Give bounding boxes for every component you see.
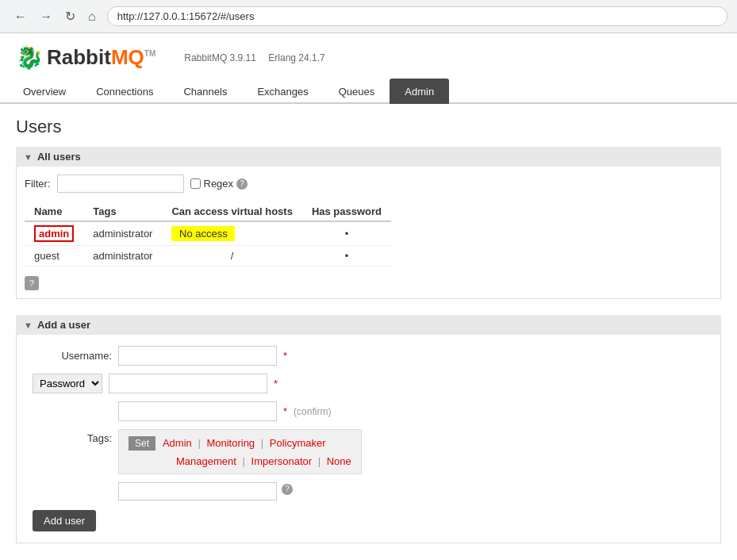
col-tags: Tags (83, 202, 162, 221)
table-header-row: Name Tags Can access virtual hosts Has p… (25, 202, 391, 221)
user-admin-name: admin (25, 221, 83, 246)
logo-rabbit: Rabbit (47, 45, 111, 69)
rabbitmq-version: RabbitMQ 3.9.11 (184, 52, 256, 63)
all-users-section: ▼ All users Filter: Regex ? (16, 147, 721, 299)
guest-has-password: • (302, 246, 391, 267)
address-bar[interactable] (107, 6, 727, 26)
tag-none[interactable]: None (327, 455, 351, 467)
tab-connections[interactable]: Connections (81, 79, 168, 104)
table-row: guest administrator / • (25, 246, 391, 267)
logo-text: RabbitMQTM (47, 45, 155, 70)
add-user-section: ▼ Add a user Username: * Password Hashed (16, 315, 721, 543)
username-required: * (283, 350, 287, 362)
tags-controls: Set Admin | Monitoring | Policymaker Man… (118, 429, 362, 501)
all-users-content: Filter: Regex ? Name Tags Can access (16, 167, 721, 299)
confirm-text: (confirm) (294, 406, 331, 417)
password-confirm-row: * (confirm) (118, 401, 704, 421)
tags-input-row: ? (118, 478, 362, 501)
browser-chrome: ← → ↻ ⌂ (0, 0, 737, 33)
password-row-inner: Password Hashed * (33, 374, 278, 393)
logo-mq: MQ (111, 45, 144, 69)
sep2: | (261, 437, 267, 449)
home-button[interactable]: ⌂ (83, 7, 101, 25)
add-user-heading: Add a user (37, 319, 90, 331)
tag-policymaker[interactable]: Policymaker (270, 437, 326, 449)
tab-queues[interactable]: Queues (324, 79, 390, 104)
toggle-icon: ▼ (24, 152, 33, 162)
back-button[interactable]: ← (10, 7, 32, 25)
no-access-badge: No access (171, 226, 235, 241)
admin-tags: administrator (83, 221, 162, 246)
erlang-version: Erlang 24.1.7 (268, 52, 324, 63)
regex-help-icon[interactable]: ? (236, 178, 248, 190)
regex-check: Regex ? (190, 178, 248, 190)
password-input[interactable] (109, 374, 267, 393)
guest-vhosts: / (162, 246, 301, 267)
guest-tags: administrator (83, 246, 162, 267)
sep5: | (318, 455, 324, 467)
admin-vhosts: No access (162, 221, 301, 246)
tags-row2: Management | Impersonator | None (176, 455, 351, 467)
password-select[interactable]: Password Hashed (33, 374, 102, 393)
filter-label: Filter: (25, 178, 51, 190)
table-help-icon[interactable]: ? (25, 276, 39, 290)
col-password: Has password (302, 202, 391, 221)
tags-label: Tags: (33, 432, 112, 444)
tab-overview[interactable]: Overview (8, 79, 81, 104)
add-user-toggle-icon: ▼ (24, 320, 33, 330)
col-vhosts: Can access virtual hosts (162, 202, 301, 221)
all-users-heading: All users (37, 151, 81, 163)
username-label: Username: (33, 350, 112, 362)
users-table: Name Tags Can access virtual hosts Has p… (25, 202, 391, 267)
table-row: admin administrator No access • (25, 221, 391, 246)
regex-checkbox[interactable] (190, 178, 201, 189)
admin-link[interactable]: admin (34, 225, 74, 242)
tag-management[interactable]: Management (176, 455, 236, 467)
add-user-header[interactable]: ▼ Add a user (16, 315, 721, 335)
add-user-button[interactable]: Add user (33, 510, 96, 531)
username-input[interactable] (118, 346, 277, 366)
tags-help-icon[interactable]: ? (282, 484, 293, 495)
sep4: | (243, 455, 248, 467)
app-container: 🐉 RabbitMQTM RabbitMQ 3.9.11 Erlang 24.1… (0, 33, 737, 560)
all-users-header[interactable]: ▼ All users (16, 147, 721, 167)
tag-admin[interactable]: Admin (163, 437, 192, 449)
set-button[interactable]: Set (129, 436, 155, 451)
browser-nav-buttons: ← → ↻ ⌂ (10, 7, 101, 25)
version-info: RabbitMQ 3.9.11 Erlang 24.1.7 (184, 52, 334, 63)
add-user-content: Username: * Password Hashed * (16, 335, 721, 543)
tag-impersonator[interactable]: Impersonator (251, 455, 313, 467)
regex-label: Regex (204, 178, 234, 190)
forward-button[interactable]: → (35, 7, 57, 25)
col-name: Name (25, 202, 83, 221)
password-confirm-input[interactable] (118, 401, 277, 421)
user-guest-name: guest (25, 246, 83, 267)
password-row1: Password Hashed * (33, 374, 704, 393)
tags-box: Set Admin | Monitoring | Policymaker Man… (118, 429, 362, 474)
confirm-required: * (283, 405, 287, 417)
tags-input[interactable] (118, 482, 277, 501)
nav-tabs: Overview Connections Channels Exchanges … (0, 79, 737, 104)
tags-row: Tags: Set Admin | Monitoring | Policymak… (33, 429, 704, 501)
username-row: Username: * (33, 346, 704, 366)
tab-admin[interactable]: Admin (390, 79, 449, 104)
reload-button[interactable]: ↻ (60, 7, 80, 25)
admin-has-password: • (302, 221, 391, 246)
tab-channels[interactable]: Channels (168, 79, 242, 104)
logo: 🐉 RabbitMQTM (16, 44, 155, 71)
tag-monitoring[interactable]: Monitoring (206, 437, 255, 449)
filter-row: Filter: Regex ? (25, 175, 712, 193)
main-content: Users ▼ All users Filter: Regex ? (0, 104, 737, 560)
tags-links: Admin | Monitoring | Policymaker (163, 437, 326, 449)
password-required: * (274, 378, 278, 389)
app-header: 🐉 RabbitMQTM RabbitMQ 3.9.11 Erlang 24.1… (0, 33, 737, 71)
page-title: Users (16, 117, 721, 137)
sep1: | (198, 437, 203, 449)
guest-link[interactable]: guest (34, 250, 59, 262)
tab-exchanges[interactable]: Exchanges (242, 79, 323, 104)
logo-tm: TM (144, 49, 155, 58)
filter-input[interactable] (57, 175, 184, 193)
logo-icon: 🐉 (16, 44, 44, 71)
